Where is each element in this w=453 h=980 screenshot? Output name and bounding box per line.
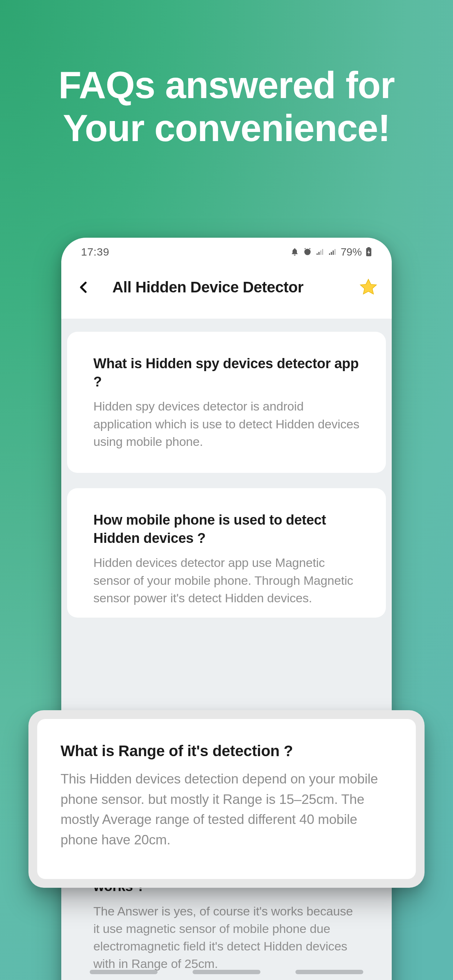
notification-icon <box>290 248 299 256</box>
faq-answer: Hidden devices detector app use Magnetic… <box>93 554 360 607</box>
back-button[interactable] <box>74 277 94 298</box>
svg-rect-4 <box>329 253 330 255</box>
status-time: 17:39 <box>81 246 109 258</box>
svg-rect-6 <box>333 250 334 255</box>
rate-button[interactable] <box>357 276 379 298</box>
svg-rect-1 <box>318 252 319 255</box>
svg-rect-3 <box>322 249 323 255</box>
faq-question: What is Hidden spy devices detector app … <box>93 355 360 391</box>
signal-icon <box>316 248 325 256</box>
svg-rect-7 <box>335 249 335 255</box>
hero-title-line2: Your convenience! <box>63 107 390 149</box>
faq-question: How mobile phone is used to detect Hidde… <box>93 511 360 547</box>
app-title: All Hidden Device Detector <box>112 278 357 296</box>
gesture-bar-recent[interactable] <box>90 970 158 974</box>
faq-card[interactable]: What is Hidden spy devices detector app … <box>67 332 386 473</box>
hero-title-line1: FAQs answered for <box>58 64 395 106</box>
faq-question: What is Range of it's detection ? <box>61 741 392 761</box>
status-right-cluster: 79% <box>290 246 372 258</box>
star-icon <box>358 277 379 298</box>
svg-rect-5 <box>331 252 332 255</box>
svg-rect-2 <box>320 250 321 255</box>
svg-rect-9 <box>367 247 370 249</box>
faq-card-highlighted[interactable]: What is Range of it's detection ? This H… <box>29 710 424 888</box>
gesture-bar-home[interactable] <box>193 970 260 974</box>
faq-card[interactable]: How mobile phone is used to detect Hidde… <box>67 488 386 617</box>
gesture-nav-bars <box>61 970 392 974</box>
faq-card-highlighted-inner: What is Range of it's detection ? This H… <box>37 719 416 879</box>
app-bar: All Hidden Device Detector <box>61 261 392 319</box>
faq-answer: This Hidden devices detection depend on … <box>61 769 392 850</box>
signal-icon-2 <box>328 248 337 256</box>
chevron-left-icon <box>77 280 91 294</box>
gesture-bar-back[interactable] <box>295 970 363 974</box>
hero-title: FAQs answered for Your convenience! <box>0 0 453 150</box>
svg-rect-0 <box>317 253 318 255</box>
status-bar: 17:39 79% <box>61 238 392 261</box>
battery-charging-icon <box>365 247 372 257</box>
battery-text: 79% <box>341 246 362 258</box>
faq-answer: The Answer is yes, of course it's works … <box>93 902 360 973</box>
alarm-icon <box>303 247 312 257</box>
faq-answer: Hidden spy devices detector is android a… <box>93 398 360 450</box>
